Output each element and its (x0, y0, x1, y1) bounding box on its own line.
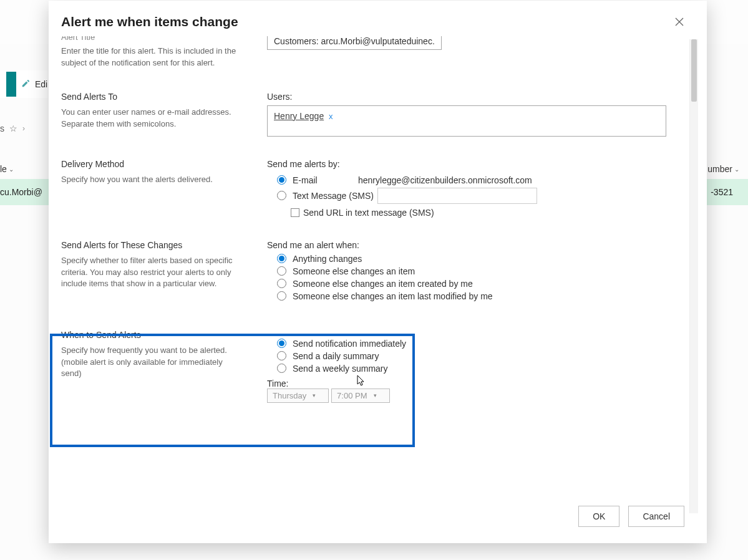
users-label: Users: (267, 92, 673, 102)
user-chip-name: Henry Legge (274, 111, 324, 121)
changes-opt-anything[interactable]: Anything changes (277, 254, 673, 264)
chevron-down-icon: ⌄ (734, 166, 739, 173)
delivery-label: Send me alerts by: (267, 159, 673, 169)
when-desc-1: Specify how frequently you want to be al… (61, 345, 242, 357)
pencil-icon (21, 79, 30, 90)
chevron-right-icon: › (22, 124, 25, 133)
chevron-down-icon: ▾ (313, 392, 316, 398)
time-day-select[interactable]: Thursday▾ (267, 389, 329, 403)
changes-opt-else[interactable]: Someone else changes an item (277, 266, 673, 276)
time-hour-select[interactable]: 7:00 PM▾ (331, 389, 389, 403)
close-icon (674, 17, 684, 27)
command-bar: Edi (0, 70, 47, 98)
send-to-desc: You can enter user names or e-mail addre… (61, 107, 242, 130)
alert-title-desc: Enter the title for this alert. This is … (61, 46, 242, 69)
breadcrumb-segment: s (0, 123, 4, 133)
star-icon: ☆ (9, 123, 17, 133)
dialog-title: Alert me when items change (61, 14, 238, 29)
chevron-down-icon: ▾ (374, 392, 377, 398)
time-label: Time: (267, 379, 288, 389)
send-url-label: Send URL in text message (SMS) (303, 208, 434, 218)
alert-title-heading: Alert Title (61, 36, 242, 42)
chevron-down-icon: ⌄ (9, 166, 14, 173)
edit-label: Edi (35, 79, 47, 89)
changes-opt-modified-by-me[interactable]: Someone else changes an item last modifi… (277, 291, 673, 301)
delivery-sms-radio[interactable]: Text Message (SMS) (277, 191, 374, 201)
ok-button[interactable]: OK (578, 506, 619, 527)
when-heading: When to Send Alerts (61, 330, 242, 340)
changes-desc: Specify whether to filter alerts based o… (61, 255, 242, 291)
user-chip-remove[interactable]: x (329, 112, 333, 121)
row-cell-right: -3521 (711, 187, 733, 197)
alert-dialog: Alert me when items change Alert Title E… (49, 1, 707, 543)
when-opt-immediate[interactable]: Send notification immediately (277, 339, 673, 349)
breadcrumb: s ☆ › (0, 123, 25, 133)
cancel-button[interactable]: Cancel (628, 506, 684, 527)
changes-opt-created-by-me[interactable]: Someone else changes an item created by … (277, 279, 673, 289)
delivery-email-radio[interactable]: E-mail (277, 175, 358, 185)
delivery-email-radio-input[interactable] (277, 175, 286, 185)
delivery-sms-radio-input[interactable] (277, 191, 286, 200)
sms-number-input[interactable] (377, 188, 537, 204)
users-people-picker[interactable]: Henry Legge x (267, 105, 666, 137)
send-url-checkbox[interactable] (291, 208, 299, 217)
when-opt-weekly[interactable]: Send a weekly summary (277, 364, 673, 374)
col-header-right: umber⌄ (707, 164, 739, 174)
close-button[interactable] (669, 14, 689, 31)
changes-label: Send me an alert when: (267, 240, 673, 250)
delivery-email-value: henrylegge@citizenbuilders.onmicrosoft.c… (358, 175, 532, 185)
delivery-heading: Delivery Method (61, 159, 242, 169)
send-to-heading: Send Alerts To (61, 92, 242, 102)
delivery-desc: Specify how you want the alerts delivere… (61, 174, 242, 186)
alert-title-input[interactable]: Customers: arcu.Morbi@vulputateduinec. (267, 36, 442, 50)
row-cell-left: cu.Morbi@ (0, 187, 42, 197)
col-header-left: le⌄ (0, 164, 14, 174)
selection-indicator (6, 72, 16, 97)
when-desc-2: (mobile alert is only available for imme… (61, 357, 242, 380)
when-opt-daily[interactable]: Send a daily summary (277, 351, 673, 361)
changes-heading: Send Alerts for These Changes (61, 240, 242, 250)
